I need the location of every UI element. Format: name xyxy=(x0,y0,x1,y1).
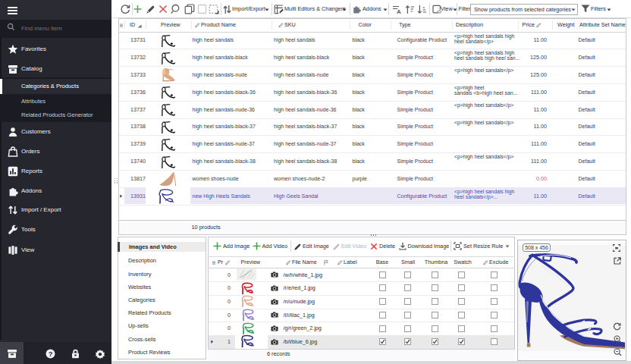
svg-text:A: A xyxy=(397,8,401,14)
svg-text:?: ? xyxy=(49,350,53,357)
